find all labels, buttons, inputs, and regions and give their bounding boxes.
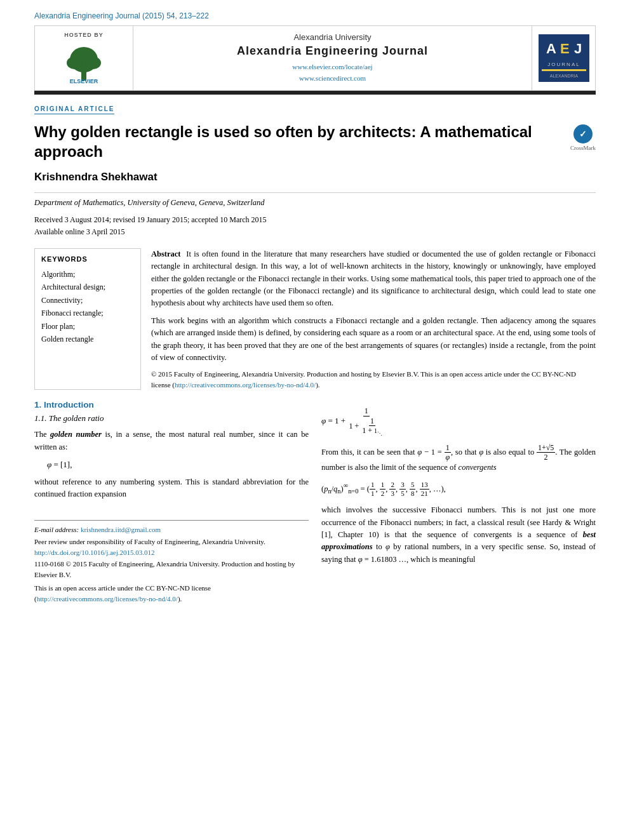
svg-point-4 (86, 57, 101, 69)
abstract-label: Abstract (151, 250, 181, 258)
svg-text:ELSEVIER: ELSEVIER (70, 78, 98, 84)
university-name: Alexandria University (293, 32, 371, 42)
bottom-license2: This is an open access article under the… (34, 583, 309, 604)
keyword-1: Algorithm; (41, 268, 134, 281)
doi-link[interactable]: http://dx.doi.org/10.1016/j.aej.2015.03.… (34, 549, 309, 556)
header-left: HOSTED BY ELSEVIER (35, 26, 133, 90)
content-right: φ = 1 + 1 1 + 1 1 + 1⋱ From this, it can… (321, 400, 596, 604)
keyword-5: Floor plan; (41, 320, 134, 333)
svg-text:JOURNAL: JOURNAL (547, 62, 580, 67)
which-text: which (321, 505, 341, 514)
peer-review-footnote: Peer review under responsibility of Facu… (34, 537, 309, 547)
body-paragraph2: without reference to any numbering syste… (34, 476, 309, 501)
convergents-block: (pn/qn)∞n=0 = (11, 12, 23, 35, 58, 1321,… (321, 481, 596, 498)
crossmark-icon: ✓ (573, 124, 593, 143)
keyword-6: Golden rectangle (41, 333, 134, 345)
journal-link[interactable]: Alexandria Engineering Journal (2015) 54… (34, 11, 596, 20)
divider-line (34, 192, 596, 193)
journal-urls: www.elsevier.com/locate/aej www.scienced… (292, 62, 372, 84)
abstract-col: Abstract It is often found in the litera… (151, 248, 596, 390)
svg-text:E: E (560, 41, 570, 57)
header-box: HOSTED BY ELSEVIER Alexandria University… (34, 25, 596, 91)
conv-frac2: 12 (380, 481, 386, 498)
keywords-box: KEYWORDS Algorithm; Architectural design… (34, 248, 141, 390)
conv-frac3: 23 (389, 481, 396, 498)
aej-logo: A E J JOURNAL ALEXANDRIA (539, 34, 589, 82)
email-link[interactable]: krishnendra.iitd@gmail.com (81, 526, 161, 533)
golden-number-text: golden number (50, 430, 102, 439)
received-date: Received 3 August 2014; revised 19 Janua… (34, 214, 596, 226)
main-content: 1. Introduction 1.1. The golden ratio Th… (34, 400, 596, 604)
right-para1: From this, it can be seen that φ − 1 = 1… (321, 443, 596, 474)
frac-outer: 1 1 + 1 1 + 1⋱ (347, 406, 385, 436)
dates: Received 3 August 2014; revised 19 Janua… (34, 214, 596, 238)
journal-url2[interactable]: www.sciencedirect.com (292, 73, 372, 84)
keywords-abstract-section: KEYWORDS Algorithm; Architectural design… (34, 248, 596, 390)
svg-text:A: A (546, 41, 556, 57)
svg-text:ALEXANDRIA: ALEXANDRIA (549, 74, 578, 78)
right-para2: which involves the successive Fibonacci … (321, 504, 596, 566)
svg-point-3 (67, 57, 82, 69)
keyword-4: Fibonacci rectangle; (41, 307, 134, 319)
keywords-list: Algorithm; Architectural design; Connect… (41, 268, 134, 345)
body-paragraph1: The golden number is, in a sense, the mo… (34, 429, 309, 453)
frac-inner: 1 1 + 1⋱ (361, 417, 384, 437)
article-title: Why golden rectangle is used so often by… (34, 122, 564, 161)
subsection-heading: 1.1. The golden ratio (34, 413, 309, 423)
svg-text:J: J (574, 41, 582, 57)
header-right: A E J JOURNAL ALEXANDRIA (532, 26, 595, 90)
license-text: © 2015 Faculty of Engineering, Alexandri… (151, 369, 596, 390)
license-main: © 2015 Faculty of Engineering, Alexandri… (151, 370, 576, 389)
email-footnote: E-mail address: krishnendra.iitd@gmail.c… (34, 524, 309, 535)
hosted-by-label: HOSTED BY (64, 32, 104, 38)
bottom-license: 1110-0168 © 2015 Faculty of Engineering,… (34, 559, 309, 580)
abstract-text1: It is often found in the literature that… (151, 250, 596, 308)
keyword-2: Architectural design; (41, 281, 134, 293)
license-link[interactable]: http://creativecommons.org/licenses/by-n… (175, 381, 316, 389)
section1-heading: 1. Introduction (34, 400, 309, 410)
elsevier-logo: ELSEVIER (49, 41, 119, 85)
keywords-title: KEYWORDS (41, 255, 134, 263)
dark-bar (34, 91, 596, 95)
content-left: 1. Introduction 1.1. The golden ratio Th… (34, 400, 309, 604)
conv-frac6: 1321 (420, 481, 429, 498)
footer-section: E-mail address: krishnendra.iitd@gmail.c… (34, 520, 309, 604)
phi-formula-block: φ = 1 + 1 1 + 1 1 + 1⋱ (321, 406, 596, 436)
conv-frac5: 58 (410, 481, 416, 498)
author-name: Krishnendra Shekhawat (34, 171, 596, 183)
svg-rect-11 (542, 69, 586, 71)
journal-title-header: Alexandria Engineering Journal (237, 44, 428, 58)
crossmark[interactable]: ✓ CrossMark (570, 124, 596, 151)
frac-phi-1: 1φ (444, 443, 451, 462)
available-date: Available online 3 April 2015 (34, 226, 596, 238)
journal-url1[interactable]: www.elsevier.com/locate/aej (292, 62, 372, 73)
bottom-license-link[interactable]: http://creativecommons.org/licenses/by-n… (37, 595, 178, 603)
crossmark-label: CrossMark (570, 145, 596, 151)
header-center: Alexandria University Alexandria Enginee… (133, 26, 532, 90)
abstract-paragraph1: Abstract It is often found in the litera… (151, 248, 596, 310)
conv-frac4: 35 (399, 481, 406, 498)
conv-frac1: 11 (370, 481, 376, 498)
frac-phi-2: 1+√52 (537, 443, 555, 462)
article-title-row: Why golden rectangle is used so often by… (34, 122, 596, 161)
keyword-3: Connectivity; (41, 294, 134, 307)
article-type: ORIGINAL ARTICLE (34, 105, 114, 114)
page-wrapper: Alexandria Engineering Journal (2015) 54… (0, 0, 630, 620)
abstract-paragraph2: This work begins with an algorithm which… (151, 315, 596, 364)
affiliation: Department of Mathematics, University of… (34, 198, 596, 208)
phi-eq-block: φ = [1], (47, 460, 309, 470)
